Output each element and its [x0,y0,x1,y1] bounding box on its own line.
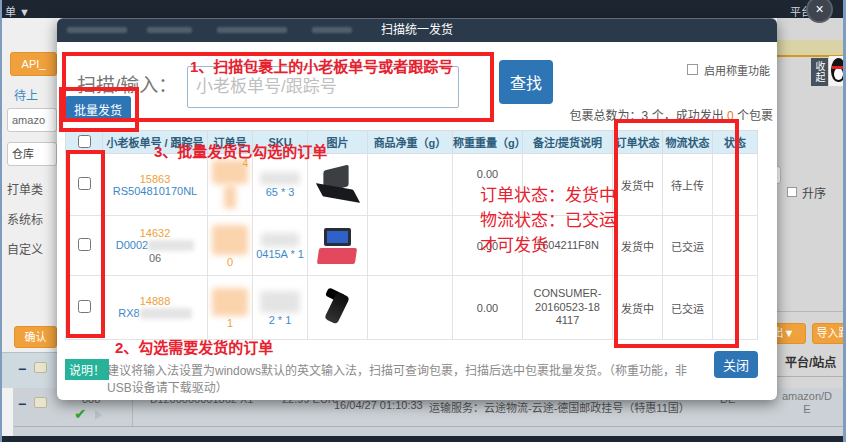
net-weight-cell [368,154,453,216]
state-cell [713,154,758,216]
note-badge: 说明！ [65,359,109,380]
sku-qty: 0415A * 1 [254,248,306,260]
sent-count: 0 [727,109,734,123]
order-id[interactable]: 15863 [104,173,206,185]
enable-weigh-label: 启用称重功能 [704,62,770,78]
import-tracking-button[interactable]: 导入跟 [812,323,846,344]
order-status-cell: 发货中 [613,276,663,340]
package-table: 小老板单号 / 跟踪号 订单号 SKU 图片 商品净重（g） 称重重量（g） 备… [65,130,758,340]
note-cell [523,154,613,216]
col-state: 状态 [713,131,758,154]
batch-ship-button[interactable]: 批量发货 [65,96,131,122]
window-bottom-edge [2,436,846,442]
state-cell [713,216,758,276]
ascending-checkbox[interactable] [787,187,797,197]
tracking-number: RS504810170NL [104,185,206,197]
redacted-sku [260,172,300,185]
top-navbar: 单 ▼ 平台 [2,0,846,18]
flag-icon [95,410,102,420]
sku-qty: 2 * 1 [254,314,306,326]
menu-dropdown[interactable]: 单 ▼ [5,3,30,19]
footer-note: 建议将输入法设置为windows默认的英文输入法，扫描可查询包裹，扫描后选中包裹… [107,361,707,395]
platform-site-value: amazon/DE [781,390,833,416]
qq-penguin-icon[interactable] [829,56,846,86]
ascending-label: 升序 [802,184,826,201]
shipping-service: 运输服务：云途物流-云途-德国邮政挂号（特惠11国） [429,399,690,415]
col-net-weight: 商品净重（g） [368,131,453,154]
platform-site-column-header: 平台/站点 [785,353,836,370]
row-checkbox[interactable] [78,238,91,251]
col-image: 图片 [308,131,368,154]
custom-label: 自定义 [7,240,43,257]
weigh-weight-cell: 0.00 [453,154,523,216]
redacted-order-no [212,288,248,316]
api-button[interactable]: API_ [10,52,57,76]
close-button[interactable]: 关闭 [714,351,758,378]
scan-input-label: 扫描/输入： [77,70,177,97]
order-status-cell: 发货中 [613,154,663,216]
warehouse-select[interactable]: 仓库 [7,142,57,166]
divider [777,376,845,377]
order-id[interactable]: 14888 [104,295,206,307]
collapse-minus-icon[interactable]: − [18,396,26,412]
package-summary: 包裹总数为：3 个，成功发出 0 个包裹 [570,106,773,123]
row-checkbox[interactable] [78,300,91,313]
system-tag-label: 系统标 [7,210,43,227]
modal-header[interactable]: 扫描统一发货 [57,18,777,42]
toolbar-strip [777,40,846,57]
weigh-weight-cell: 0.00 [453,216,523,276]
collapse-tab[interactable]: 收起 [811,58,828,86]
col-note: 备注/提货说明 [523,131,613,154]
left-sidebar: API_ 待上 amazo 仓库 打单类 系统标 自定义 确认 − [2,18,57,390]
pending-upload-link[interactable]: 待上 [14,86,38,103]
col-weigh-weight: 称重重量（g） [453,131,523,154]
select-all-checkbox[interactable] [78,135,91,148]
order-status-cell: 发货中 [613,216,663,276]
col-order-status: 订单状态 [613,131,663,154]
table-row: 14632 D0002 06 0 0415A * 1 [66,216,758,276]
folder-icon [34,362,47,373]
redacted-order-no [212,225,248,255]
folder-icon [34,397,47,408]
table-header-row: 小老板单号 / 跟踪号 订单号 SKU 图片 商品净重（g） 称重重量（g） 备… [66,131,758,154]
logistics-status-cell: 已交运 [663,276,713,340]
logistics-status-cell: 已交运 [663,216,713,276]
confirm-button[interactable]: 确认 [14,326,57,348]
product-image-dvd-player [318,228,358,264]
net-weight-cell [368,216,453,276]
col-logistics-status: 物流状态 [663,131,713,154]
col-order-no: 订单号 [208,131,253,154]
redacted-sku [261,233,299,247]
app-window: 单 ▼ 平台 × API_ 待上 amazo 仓库 打单类 系统标 自定义 确认… [0,0,846,442]
redacted-sku [260,291,300,313]
scan-input[interactable] [187,66,459,108]
note-cell: CONSUMER- 20160523-18 4117 [523,276,613,340]
sku-qty: 65 * 3 [254,186,306,198]
right-panel: 收起 升序 出▼ 导入跟 平台/站点 [777,18,846,390]
weigh-weight-cell: 0.00 [453,276,523,340]
product-image-flashlight [318,289,358,327]
table-row: 14888 RX8 1 2 * 1 [66,276,758,340]
scan-ship-modal: 扫描统一发货 扫描/输入： 查找 启用称重功能 批量发货 包裹总数为：3 个，成… [57,18,777,400]
col-tracking: 小老板单号 / 跟踪号 [103,131,208,154]
success-check-icon: ✔ [74,405,87,423]
row-checkbox[interactable] [78,177,91,190]
order-row-collapsed[interactable]: − [2,352,57,388]
store-filter-input[interactable]: amazo [7,108,57,132]
col-sku: SKU [253,131,308,154]
note-cell: 1604211F8N [523,216,613,276]
collapse-minus-icon[interactable]: − [18,361,26,377]
net-weight-cell [368,276,453,340]
print-type-label: 打单类 [7,180,43,197]
order-time: 16/04/27 01:10:33 [334,399,423,411]
table-row: 15863 RS504810170NL 4 65 * 3 [66,154,758,216]
order-id[interactable]: 14632 [104,227,206,239]
logistics-status-cell: 待上传 [663,154,713,216]
state-cell [713,276,758,340]
enable-weigh-checkbox[interactable] [687,64,698,75]
product-image-laptop [315,165,361,205]
find-button[interactable]: 查找 [499,60,553,104]
divider [777,311,845,312]
